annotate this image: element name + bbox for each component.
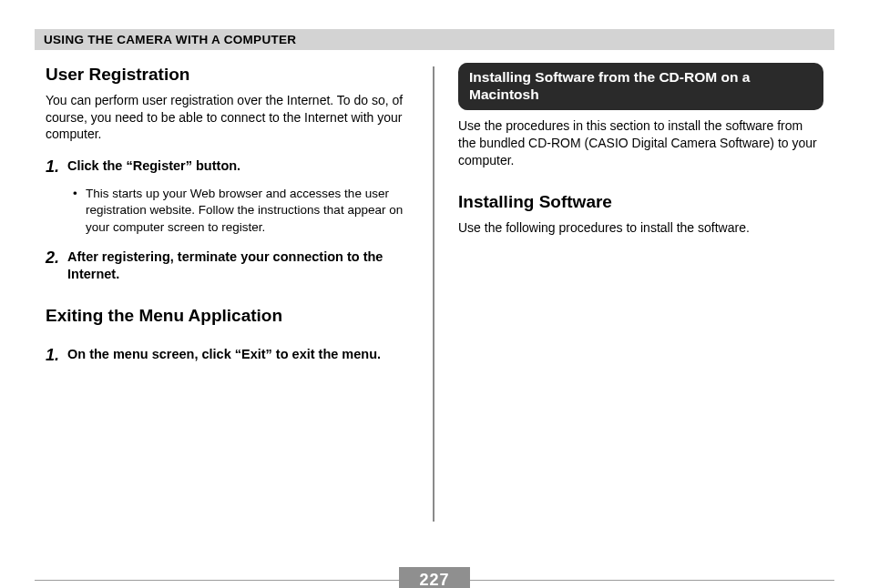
- callout-title: Installing Software from the CD-ROM on a…: [469, 69, 750, 102]
- heading-user-registration: User Registration: [46, 63, 411, 86]
- step-text: On the menu screen, click “Exit” to exit…: [67, 346, 411, 365]
- step-number: 1.: [46, 346, 67, 365]
- heading-exiting-menu: Exiting the Menu Application: [46, 304, 411, 328]
- section-header-text: USING THE CAMERA WITH A COMPUTER: [44, 33, 296, 46]
- callout-box: Installing Software from the CD-ROM on a…: [458, 63, 823, 110]
- step-1-bullet: • This starts up your Web browser and ac…: [73, 186, 411, 236]
- paragraph-user-registration: You can perform user registration over t…: [46, 92, 411, 144]
- step-number: 1.: [46, 157, 67, 177]
- content-columns: User Registration You can perform user r…: [35, 63, 834, 536]
- bullet-text: This starts up your Web browser and acce…: [86, 186, 411, 236]
- right-column: Installing Software from the CD-ROM on a…: [434, 63, 834, 536]
- page-number: 227: [399, 567, 469, 588]
- footer-line: 227: [35, 567, 834, 588]
- callout-body: Use the procedures in this section to in…: [458, 117, 823, 169]
- paragraph-installing-software: Use the following procedures to install …: [458, 219, 823, 237]
- step-number: 2.: [46, 248, 67, 284]
- section-header-bar: USING THE CAMERA WITH A COMPUTER: [35, 29, 834, 50]
- spacer: [458, 183, 823, 190]
- footer-rule-right: [470, 580, 834, 581]
- step-text: Click the “Register” button.: [67, 157, 411, 177]
- footer-rule-left: [35, 580, 399, 581]
- left-column: User Registration You can perform user r…: [35, 63, 433, 536]
- spacer: [46, 333, 411, 346]
- step-1: 1. Click the “Register” button.: [46, 157, 411, 177]
- exit-step-1: 1. On the menu screen, click “Exit” to e…: [46, 346, 411, 365]
- bullet-dot-icon: •: [73, 186, 86, 236]
- manual-page: USING THE CAMERA WITH A COMPUTER User Re…: [0, 29, 869, 588]
- heading-installing-software: Installing Software: [458, 190, 823, 214]
- step-2: 2. After registering, terminate your con…: [46, 248, 411, 284]
- step-text: After registering, terminate your connec…: [67, 248, 411, 284]
- page-footer: 227: [35, 567, 834, 588]
